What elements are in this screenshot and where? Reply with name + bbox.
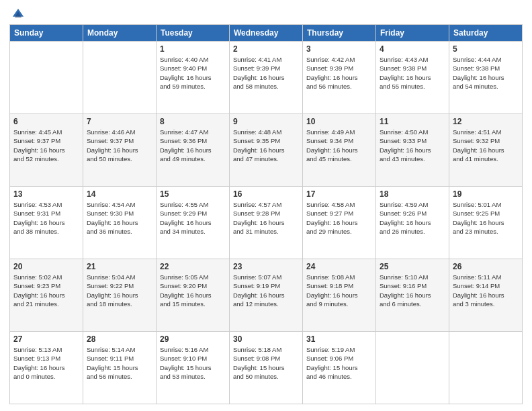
calendar-cell: 1Sunrise: 4:40 AM Sunset: 9:40 PM Daylig…	[157, 42, 230, 114]
day-info: Sunrise: 4:49 AM Sunset: 9:34 PM Dayligh…	[306, 128, 372, 163]
calendar-header-thursday: Thursday	[303, 25, 376, 42]
calendar-cell: 18Sunrise: 4:59 AM Sunset: 9:26 PM Dayli…	[376, 187, 449, 259]
day-info: Sunrise: 5:13 AM Sunset: 9:13 PM Dayligh…	[13, 345, 79, 381]
day-info: Sunrise: 5:19 AM Sunset: 9:06 PM Dayligh…	[306, 345, 372, 381]
calendar-cell: 30Sunrise: 5:18 AM Sunset: 9:08 PM Dayli…	[230, 332, 303, 404]
calendar-header-monday: Monday	[83, 25, 157, 42]
calendar-cell	[10, 42, 83, 114]
day-info: Sunrise: 5:14 AM Sunset: 9:11 PM Dayligh…	[87, 345, 152, 381]
day-number: 13	[13, 189, 79, 199]
calendar-cell: 11Sunrise: 4:50 AM Sunset: 9:33 PM Dayli…	[376, 114, 449, 187]
day-number: 8	[160, 117, 226, 126]
day-info: Sunrise: 4:54 AM Sunset: 9:30 PM Dayligh…	[87, 200, 152, 236]
day-info: Sunrise: 4:53 AM Sunset: 9:31 PM Dayligh…	[13, 200, 79, 236]
day-number: 25	[380, 262, 445, 271]
calendar-cell: 29Sunrise: 5:16 AM Sunset: 9:10 PM Dayli…	[157, 332, 230, 404]
calendar-cell: 2Sunrise: 4:41 AM Sunset: 9:39 PM Daylig…	[230, 42, 303, 114]
calendar-header-saturday: Saturday	[449, 25, 523, 42]
calendar-cell	[449, 332, 523, 404]
day-info: Sunrise: 4:47 AM Sunset: 9:36 PM Dayligh…	[160, 128, 226, 163]
day-info: Sunrise: 4:50 AM Sunset: 9:33 PM Dayligh…	[380, 128, 445, 163]
logo-icon	[11, 7, 26, 21]
calendar-cell: 13Sunrise: 4:53 AM Sunset: 9:31 PM Dayli…	[10, 187, 83, 259]
day-number: 31	[306, 334, 372, 344]
calendar-week-5: 27Sunrise: 5:13 AM Sunset: 9:13 PM Dayli…	[10, 332, 523, 404]
day-info: Sunrise: 4:41 AM Sunset: 9:39 PM Dayligh…	[233, 55, 299, 91]
day-info: Sunrise: 5:18 AM Sunset: 9:08 PM Dayligh…	[233, 345, 299, 381]
day-number: 16	[233, 189, 299, 199]
day-info: Sunrise: 4:58 AM Sunset: 9:27 PM Dayligh…	[306, 200, 372, 236]
calendar-cell: 21Sunrise: 5:04 AM Sunset: 9:22 PM Dayli…	[83, 259, 157, 332]
calendar-cell	[83, 42, 157, 114]
day-number: 3	[306, 44, 372, 54]
day-number: 2	[233, 44, 299, 54]
day-number: 19	[453, 189, 519, 199]
calendar-cell: 16Sunrise: 4:57 AM Sunset: 9:28 PM Dayli…	[230, 187, 303, 259]
day-number: 9	[233, 117, 299, 126]
calendar-cell: 10Sunrise: 4:49 AM Sunset: 9:34 PM Dayli…	[303, 114, 376, 187]
calendar-cell: 26Sunrise: 5:11 AM Sunset: 9:14 PM Dayli…	[449, 259, 523, 332]
calendar-cell: 27Sunrise: 5:13 AM Sunset: 9:13 PM Dayli…	[10, 332, 83, 404]
calendar-cell: 23Sunrise: 5:07 AM Sunset: 9:19 PM Dayli…	[230, 259, 303, 332]
day-number: 5	[453, 44, 519, 54]
calendar-week-2: 6Sunrise: 4:45 AM Sunset: 9:37 PM Daylig…	[10, 114, 523, 187]
day-number: 30	[233, 334, 299, 344]
calendar-table: SundayMondayTuesdayWednesdayThursdayFrid…	[9, 24, 523, 404]
calendar-cell: 3Sunrise: 4:42 AM Sunset: 9:39 PM Daylig…	[303, 42, 376, 114]
calendar-header-friday: Friday	[376, 25, 449, 42]
calendar-week-1: 1Sunrise: 4:40 AM Sunset: 9:40 PM Daylig…	[10, 42, 523, 114]
day-number: 6	[13, 117, 79, 126]
day-info: Sunrise: 4:57 AM Sunset: 9:28 PM Dayligh…	[233, 200, 299, 236]
calendar-cell: 28Sunrise: 5:14 AM Sunset: 9:11 PM Dayli…	[83, 332, 157, 404]
day-info: Sunrise: 4:51 AM Sunset: 9:32 PM Dayligh…	[453, 128, 519, 163]
day-number: 22	[160, 262, 226, 271]
day-info: Sunrise: 4:55 AM Sunset: 9:29 PM Dayligh…	[160, 200, 226, 236]
calendar-cell: 9Sunrise: 4:48 AM Sunset: 9:35 PM Daylig…	[230, 114, 303, 187]
day-info: Sunrise: 5:04 AM Sunset: 9:22 PM Dayligh…	[87, 273, 152, 308]
calendar-header-sunday: Sunday	[10, 25, 83, 42]
calendar-cell: 5Sunrise: 4:44 AM Sunset: 9:38 PM Daylig…	[449, 42, 523, 114]
day-number: 1	[160, 44, 226, 54]
day-number: 27	[13, 334, 79, 344]
day-info: Sunrise: 5:07 AM Sunset: 9:19 PM Dayligh…	[233, 273, 299, 308]
day-info: Sunrise: 5:05 AM Sunset: 9:20 PM Dayligh…	[160, 273, 226, 308]
calendar-cell: 24Sunrise: 5:08 AM Sunset: 9:18 PM Dayli…	[303, 259, 376, 332]
day-info: Sunrise: 4:48 AM Sunset: 9:35 PM Dayligh…	[233, 128, 299, 163]
day-number: 14	[87, 189, 152, 199]
calendar-cell: 25Sunrise: 5:10 AM Sunset: 9:16 PM Dayli…	[376, 259, 449, 332]
page: SundayMondayTuesdayWednesdayThursdayFrid…	[0, 0, 532, 411]
day-info: Sunrise: 5:01 AM Sunset: 9:25 PM Dayligh…	[453, 200, 519, 236]
day-info: Sunrise: 4:44 AM Sunset: 9:38 PM Dayligh…	[453, 55, 519, 91]
day-info: Sunrise: 5:10 AM Sunset: 9:16 PM Dayligh…	[380, 273, 445, 308]
day-number: 29	[160, 334, 226, 344]
day-info: Sunrise: 4:42 AM Sunset: 9:39 PM Dayligh…	[306, 55, 372, 91]
calendar-cell: 8Sunrise: 4:47 AM Sunset: 9:36 PM Daylig…	[157, 114, 230, 187]
day-number: 17	[306, 189, 372, 199]
calendar-cell: 12Sunrise: 4:51 AM Sunset: 9:32 PM Dayli…	[449, 114, 523, 187]
calendar-cell: 22Sunrise: 5:05 AM Sunset: 9:20 PM Dayli…	[157, 259, 230, 332]
calendar-cell: 31Sunrise: 5:19 AM Sunset: 9:06 PM Dayli…	[303, 332, 376, 404]
calendar-cell	[376, 332, 449, 404]
day-number: 12	[453, 117, 519, 126]
calendar-cell: 6Sunrise: 4:45 AM Sunset: 9:37 PM Daylig…	[10, 114, 83, 187]
day-info: Sunrise: 5:16 AM Sunset: 9:10 PM Dayligh…	[160, 345, 226, 381]
header	[9, 7, 523, 21]
day-number: 11	[380, 117, 445, 126]
day-info: Sunrise: 5:02 AM Sunset: 9:23 PM Dayligh…	[13, 273, 79, 308]
day-number: 21	[87, 262, 152, 271]
calendar-week-4: 20Sunrise: 5:02 AM Sunset: 9:23 PM Dayli…	[10, 259, 523, 332]
day-info: Sunrise: 4:45 AM Sunset: 9:37 PM Dayligh…	[13, 128, 79, 163]
day-info: Sunrise: 5:11 AM Sunset: 9:14 PM Dayligh…	[453, 273, 519, 308]
calendar-header-row: SundayMondayTuesdayWednesdayThursdayFrid…	[10, 25, 523, 42]
day-number: 20	[13, 262, 79, 271]
calendar-cell: 4Sunrise: 4:43 AM Sunset: 9:38 PM Daylig…	[376, 42, 449, 114]
day-number: 7	[87, 117, 152, 126]
day-number: 10	[306, 117, 372, 126]
day-number: 4	[380, 44, 445, 54]
day-info: Sunrise: 4:59 AM Sunset: 9:26 PM Dayligh…	[380, 200, 445, 236]
calendar-header-wednesday: Wednesday	[230, 25, 303, 42]
day-info: Sunrise: 4:43 AM Sunset: 9:38 PM Dayligh…	[380, 55, 445, 91]
calendar-cell: 19Sunrise: 5:01 AM Sunset: 9:25 PM Dayli…	[449, 187, 523, 259]
day-number: 28	[87, 334, 152, 344]
day-number: 18	[380, 189, 445, 199]
